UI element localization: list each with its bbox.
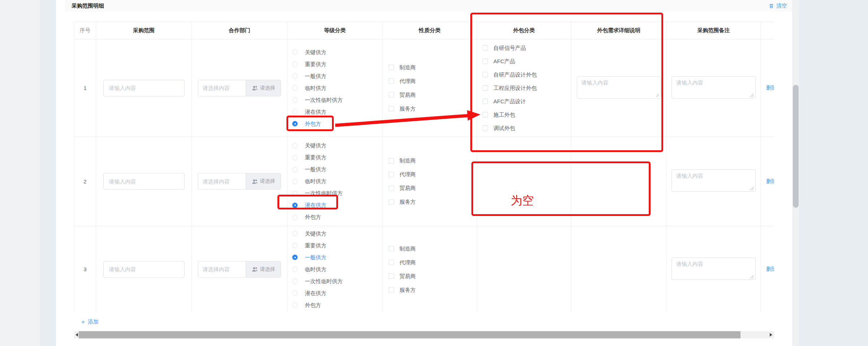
checkbox-option-工程应用设计外包[interactable]: 工程应用设计外包 xyxy=(483,85,571,92)
outsourcing-detail-textarea[interactable] xyxy=(577,76,661,99)
radio-icon[interactable] xyxy=(292,155,298,160)
checkbox-option-贸易商[interactable]: 贸易商 xyxy=(389,185,477,192)
radio-option-关键供方[interactable]: 关键供方 xyxy=(292,142,382,149)
checkbox-option-制造商[interactable]: 制造商 xyxy=(389,64,477,71)
checkbox-option-贸易商[interactable]: 贸易商 xyxy=(389,273,477,280)
checkbox-option-制造商[interactable]: 制造商 xyxy=(389,245,477,252)
radio-icon[interactable] xyxy=(292,179,298,184)
radio-icon[interactable] xyxy=(292,215,298,220)
radio-icon[interactable] xyxy=(292,61,298,67)
checkbox-option-代理商[interactable]: 代理商 xyxy=(389,259,477,266)
scope-input[interactable] xyxy=(103,80,185,96)
radio-option-潜在供方[interactable]: 潜在供方 xyxy=(292,108,382,116)
checkbox-icon[interactable] xyxy=(389,287,394,293)
checkbox-icon[interactable] xyxy=(389,273,394,279)
checkbox-option-AFC产品[interactable]: AFC产品 xyxy=(483,58,571,65)
checkbox-icon[interactable] xyxy=(389,172,394,177)
radio-option-一次性临时供方[interactable]: 一次性临时供方 xyxy=(292,190,382,197)
radio-option-关键供方[interactable]: 关键供方 xyxy=(292,49,382,56)
radio-option-潜在供方[interactable]: 潜在供方 xyxy=(292,202,382,209)
horizontal-scrollbar[interactable] xyxy=(74,331,774,338)
checkbox-icon[interactable] xyxy=(389,246,394,251)
checkbox-option-自研信号产品[interactable]: 自研信号产品 xyxy=(483,44,571,52)
checkbox-icon[interactable] xyxy=(389,65,394,70)
radio-option-关键供方[interactable]: 关键供方 xyxy=(292,230,382,237)
remark-textarea[interactable] xyxy=(671,76,756,99)
radio-icon[interactable] xyxy=(292,243,298,248)
scope-input[interactable] xyxy=(103,261,185,278)
radio-icon[interactable] xyxy=(292,302,298,308)
checkbox-icon[interactable] xyxy=(483,59,488,64)
radio-option-一般供方[interactable]: 一般供方 xyxy=(292,254,382,261)
checkbox-option-贸易商[interactable]: 贸易商 xyxy=(389,91,477,99)
clear-button[interactable]: 清空 xyxy=(769,3,787,9)
vertical-scrollbar-thumb[interactable] xyxy=(793,85,799,208)
checkbox-option-制造商[interactable]: 制造商 xyxy=(389,157,477,164)
delete-row-button[interactable]: 删除 xyxy=(766,85,774,91)
radio-option-重要供方[interactable]: 重要供方 xyxy=(292,154,382,161)
radio-option-一次性临时供方[interactable]: 一次性临时供方 xyxy=(292,96,382,104)
radio-icon[interactable] xyxy=(292,143,298,148)
radio-option-一般供方[interactable]: 一般供方 xyxy=(292,166,382,173)
radio-icon[interactable] xyxy=(292,267,298,272)
scroll-right-arrow-icon[interactable] xyxy=(768,331,773,338)
radio-icon[interactable] xyxy=(292,278,298,284)
checkbox-icon[interactable] xyxy=(483,99,488,104)
department-picker-button[interactable]: 请选择 xyxy=(246,261,281,277)
checkbox-icon[interactable] xyxy=(483,72,488,77)
department-select-input[interactable] xyxy=(198,173,246,189)
radio-option-重要供方[interactable]: 重要供方 xyxy=(292,242,382,249)
department-select-input[interactable] xyxy=(198,80,246,96)
radio-icon[interactable] xyxy=(292,167,298,172)
radio-option-临时供方[interactable]: 临时供方 xyxy=(292,178,382,185)
checkbox-icon[interactable] xyxy=(389,158,394,164)
checkbox-icon[interactable] xyxy=(389,92,394,98)
radio-option-潜在供方[interactable]: 潜在供方 xyxy=(292,290,382,297)
radio-icon[interactable] xyxy=(292,109,298,114)
remark-textarea[interactable] xyxy=(671,258,756,280)
checkbox-option-服务方[interactable]: 服务方 xyxy=(389,286,477,294)
checkbox-option-自研产品设计外包[interactable]: 自研产品设计外包 xyxy=(483,71,571,78)
checkbox-icon[interactable] xyxy=(389,199,394,205)
checkbox-option-服务方[interactable]: 服务方 xyxy=(389,198,477,206)
vertical-scrollbar[interactable] xyxy=(792,0,799,346)
delete-row-button[interactable]: 删除 xyxy=(766,178,774,184)
radio-icon[interactable] xyxy=(292,231,298,236)
scope-input[interactable] xyxy=(103,173,185,190)
checkbox-icon[interactable] xyxy=(483,45,488,51)
department-picker-button[interactable]: 请选择 xyxy=(246,173,281,189)
radio-icon[interactable] xyxy=(292,97,298,103)
delete-row-button[interactable]: 删除 xyxy=(766,266,774,272)
add-button[interactable]: + 添加 xyxy=(81,319,99,325)
radio-option-外包方[interactable]: 外包方 xyxy=(292,213,382,221)
radio-icon[interactable] xyxy=(292,49,298,55)
radio-icon[interactable] xyxy=(292,290,298,296)
checkbox-icon[interactable] xyxy=(389,260,394,265)
radio-option-临时供方[interactable]: 临时供方 xyxy=(292,266,382,273)
scroll-left-arrow-icon[interactable] xyxy=(74,331,79,338)
checkbox-icon[interactable] xyxy=(389,106,394,111)
radio-icon[interactable] xyxy=(292,191,298,196)
radio-icon[interactable] xyxy=(292,203,298,208)
radio-icon[interactable] xyxy=(292,255,298,260)
department-picker-button[interactable]: 请选择 xyxy=(246,80,281,96)
checkbox-option-调试外包[interactable]: 调试外包 xyxy=(483,125,571,132)
radio-option-一般供方[interactable]: 一般供方 xyxy=(292,73,382,80)
remark-textarea[interactable] xyxy=(671,169,756,192)
department-select-input[interactable] xyxy=(198,261,246,277)
checkbox-option-服务方[interactable]: 服务方 xyxy=(389,105,477,112)
checkbox-option-AFC产品设计[interactable]: AFC产品设计 xyxy=(483,98,571,105)
checkbox-option-施工外包[interactable]: 施工外包 xyxy=(483,111,571,118)
checkbox-icon[interactable] xyxy=(389,186,394,191)
horizontal-scrollbar-thumb[interactable] xyxy=(79,331,740,338)
radio-icon[interactable] xyxy=(292,85,298,91)
radio-option-重要供方[interactable]: 重要供方 xyxy=(292,61,382,68)
radio-option-临时供方[interactable]: 临时供方 xyxy=(292,85,382,92)
checkbox-icon[interactable] xyxy=(483,125,488,131)
radio-option-一次性临时供方[interactable]: 一次性临时供方 xyxy=(292,278,382,285)
checkbox-icon[interactable] xyxy=(389,78,394,84)
checkbox-icon[interactable] xyxy=(483,85,488,91)
radio-icon[interactable] xyxy=(292,73,298,79)
radio-icon[interactable] xyxy=(292,121,298,126)
radio-option-外包方[interactable]: 外包方 xyxy=(292,302,382,309)
